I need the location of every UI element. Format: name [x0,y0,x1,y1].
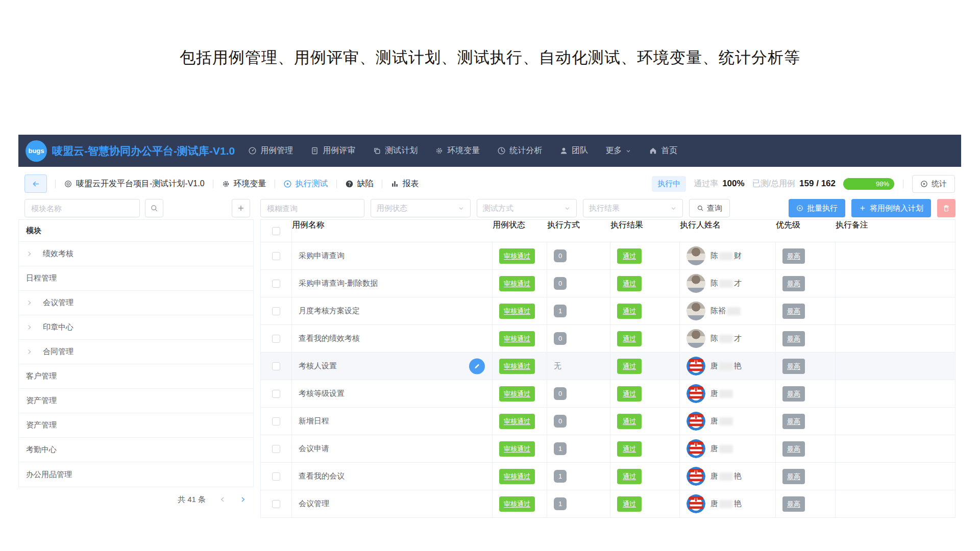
nav-item[interactable]: 团队 [559,145,588,156]
execution-result-badge: 通过 [617,414,642,429]
row-checkbox[interactable] [272,252,280,260]
table-row[interactable]: 查看我的会议 审核通过 1 通过 唐 艳 最高 [261,463,955,490]
select-all-checkbox[interactable] [272,227,280,235]
case-name: 查看我的会议 [299,471,345,481]
row-checkbox[interactable] [272,500,280,508]
project-name: 唛盟云开发平台项目-测试计划-V1.0 [76,179,205,189]
delete-button[interactable] [937,199,955,217]
row-checkbox[interactable] [272,472,280,481]
table-row[interactable]: 查看我的绩效考核 审核通过 0 通过 陈 才 最高 [261,325,955,353]
nav-item[interactable]: 统计分析 [497,145,542,156]
sidebar-module-item[interactable]: 印章中心 [19,315,253,340]
prev-page-icon[interactable] [219,496,226,503]
table-row[interactable]: 考核人设置 审核通过 无 通过 唐 艳 最高 [261,353,955,380]
nav-item-label: 首页 [661,145,677,156]
priority-badge: 最高 [782,276,805,291]
sidebar-module-item[interactable]: 资产管理 [19,389,253,413]
sidebar-module-item[interactable]: 会议管理 [19,291,253,315]
table-row[interactable]: 采购申请查询 审核通过 0 通过 陈 财 最高 [261,242,955,270]
brand-title: 唛盟云-智慧协同办公平台-测试库-V1.0 [52,144,235,158]
row-checkbox[interactable] [272,417,280,425]
nav-item-icon [310,146,319,155]
nav-item[interactable]: 用例管理 [248,145,293,156]
priority-badge: 最高 [782,304,805,319]
sidebar-module-item[interactable]: 资产管理 [19,413,253,438]
module-pagination: 共 41 条 [18,491,254,508]
sidebar-module-item[interactable]: 客户管理 [19,364,253,389]
executor-name: 陈 才 [710,334,742,343]
back-button[interactable] [24,174,47,193]
case-name-cell: 会议管理 [292,490,493,517]
censored-text-blur [719,445,733,453]
nav-item[interactable]: 更多 [605,145,631,156]
module-search-button[interactable] [145,199,163,217]
filter-select[interactable]: 执行结果 [583,199,683,217]
sidebar-module-item[interactable]: 考勤中心 [19,438,253,462]
censored-text-blur [719,280,733,288]
priority-cell: 最高 [776,325,836,352]
priority-cell: 最高 [776,463,836,490]
row-checkbox[interactable] [272,445,280,453]
execution-method-badge: 1 [554,442,567,455]
table-row[interactable]: 采购申请查询-删除数据 审核通过 0 通过 陈 才 最高 [261,270,955,297]
row-checkbox[interactable] [272,362,280,370]
chevron-right-icon [26,324,33,331]
executor-name-suffix: 才 [734,334,742,343]
row-checkbox-cell [261,490,292,517]
row-checkbox[interactable] [272,335,280,343]
column-header: 执行人姓名 [680,220,776,242]
top-navbar: bugs 唛盟云-智慧协同办公平台-测试库-V1.0 用例管理 用例评审 测试计… [18,135,961,167]
target-icon [64,180,72,188]
pencil-icon [474,363,481,370]
project-breadcrumb[interactable]: 唛盟云开发平台项目-测试计划-V1.0 [64,179,205,189]
case-name-cell: 查看我的会议 [292,463,493,490]
tested-value: 159 / 162 [799,179,836,189]
avatar [687,384,705,403]
query-button[interactable]: 查询 [689,199,730,217]
pass-rate-label: 通过率 [694,179,718,189]
nav-item[interactable]: 首页 [649,145,677,156]
executor-name: 陈 才 [710,279,742,288]
logo-avatar [687,412,705,431]
row-checkbox[interactable] [272,307,280,315]
nav-item[interactable]: 用例评审 [310,145,355,156]
stats-button[interactable]: 统计 [912,175,955,193]
table-row[interactable]: 月度考核方案设定 审核通过 1 通过 陈裕 最高 [261,297,955,325]
fuzzy-search-input[interactable] [260,199,364,217]
toolbar-link[interactable]: 报表 [390,179,419,189]
next-page-icon[interactable] [239,496,247,503]
photo-avatar [687,246,705,265]
nav-item[interactable]: 测试计划 [373,145,418,156]
row-checkbox[interactable] [272,280,280,288]
toolbar-link[interactable]: 执行测试 [283,179,328,189]
toolbar-link[interactable]: 缺陷 [345,179,374,189]
table-row[interactable]: 会议申请 审核通过 1 通过 唐 最高 [261,435,955,463]
execution-result-cell: 通过 [610,270,680,297]
chevron-down-icon [670,205,677,212]
sidebar-module-item[interactable]: 日程管理 [19,266,253,291]
table-row[interactable]: 考核等级设置 审核通过 0 通过 唐 最高 [261,380,955,408]
execution-method-badge: 1 [554,470,567,483]
execution-method-cell: 0 [547,242,610,269]
module-name-input[interactable] [24,199,140,217]
edit-case-button[interactable] [469,358,485,374]
case-status-badge: 审核通过 [499,331,535,346]
filter-select[interactable]: 用例状态 [371,199,471,217]
table-row[interactable]: 新增日程 审核通过 0 通过 唐 最高 [261,408,955,435]
nav-item[interactable]: 环境变量 [435,145,480,156]
toolbar-link[interactable]: 环境变量 [222,179,266,189]
sidebar-module-item[interactable]: 合同管理 [19,340,253,364]
add-case-to-plan-button[interactable]: 将用例纳入计划 [851,199,931,217]
execution-method-cell: 0 [547,408,610,435]
filter-select[interactable]: 测试方式 [477,199,577,217]
row-checkbox[interactable] [272,390,280,398]
batch-execute-button[interactable]: 批量执行 [789,199,845,217]
sidebar-module-item[interactable]: 办公用品管理 [19,462,253,487]
app-logo[interactable]: bugs [26,140,47,162]
sidebar-module-item[interactable]: 绩效考核 [19,242,253,266]
table-row[interactable]: 会议管理 审核通过 1 通过 唐 艳 最高 [261,490,955,518]
case-status-cell: 审核通过 [493,463,547,490]
add-module-button[interactable] [232,199,250,217]
case-status-cell: 审核通过 [493,490,547,517]
case-name-cell: 考核等级设置 [292,380,493,407]
